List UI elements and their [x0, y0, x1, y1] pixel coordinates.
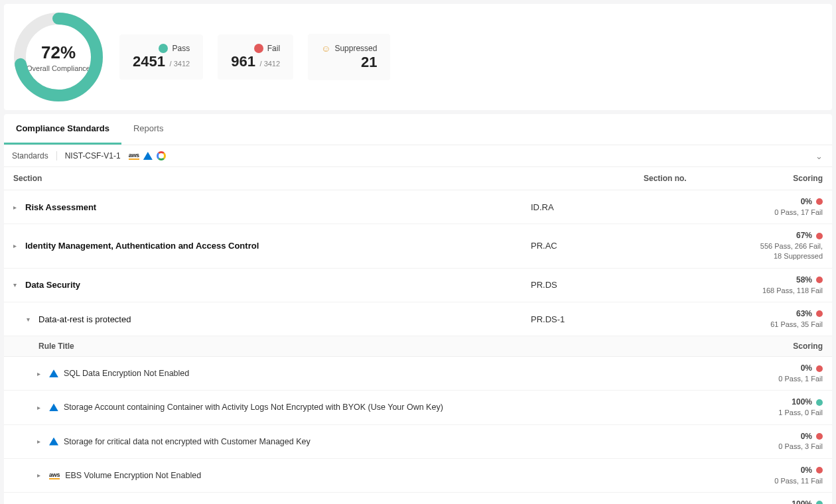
rule-title: SQL Data Encryption Not Enabled	[64, 369, 189, 378]
subsection-number: PR.DS-1	[531, 314, 644, 324]
rule-row[interactable]: ▸ Storage for critical data not encrypte…	[4, 425, 832, 459]
subsection-title: Data-at-rest is protected	[38, 314, 131, 324]
expand-caret-icon[interactable]: ▾	[13, 281, 20, 288]
expand-caret-icon[interactable]: ▸	[37, 370, 44, 377]
rule-row[interactable]: ▸ Storage Account containing Container w…	[4, 391, 832, 424]
aws-icon: aws	[49, 472, 60, 479]
sections-table: Section Section no. Scoring ▸ Risk Asses…	[4, 167, 832, 504]
col-section: Section	[13, 174, 644, 183]
azure-icon	[143, 152, 153, 160]
standards-filter[interactable]: Standards NIST-CSF-V1-1 aws ⌄	[4, 145, 832, 167]
section-score: 58% 168 Pass, 118 Fail	[644, 275, 823, 296]
expand-caret-icon[interactable]: ▸	[13, 242, 20, 249]
fail-badge-icon	[816, 433, 823, 440]
alert-circle-icon	[254, 44, 263, 53]
chevron-down-icon[interactable]: ⌄	[815, 151, 823, 161]
tabs: Compliance Standards Reports	[4, 114, 832, 145]
col-section-no: Section no.	[644, 174, 756, 183]
rule-row[interactable]: ▸ aws EBS Volume Encryption Not Enabled …	[4, 459, 832, 493]
rule-title: Storage for critical data not encrypted …	[64, 437, 311, 446]
compliance-donut: 72% Overall Compliance	[12, 11, 105, 103]
pass-total: / 3412	[170, 60, 190, 68]
check-circle-icon	[159, 44, 168, 53]
rule-score: 100% 1 Pass, 0 Fail	[710, 397, 823, 418]
rule-title: Storage Account containing Container wit…	[64, 403, 443, 412]
azure-icon	[49, 438, 58, 446]
pass-label: Pass	[172, 44, 190, 53]
suppressed-label: Suppressed	[334, 44, 377, 53]
fail-badge-icon	[816, 365, 823, 372]
pass-value: 2451	[133, 53, 165, 70]
section-row[interactable]: ▸ Identity Management, Authentication an…	[4, 224, 832, 269]
rule-row[interactable]: ▸ aws S3 Bucket Default Server-Side Encr…	[4, 493, 832, 504]
gcp-icon	[157, 151, 166, 160]
section-score: 67% 556 Pass, 266 Fail, 18 Suppressed	[644, 230, 823, 262]
fail-value: 961	[231, 53, 255, 70]
azure-icon	[49, 403, 58, 411]
suppressed-card: ☺ Suppressed 21	[308, 34, 390, 80]
col-rule-scoring: Scoring	[743, 342, 823, 351]
subsection-row[interactable]: ▾ Data-at-rest is protected PR.DS-1 63% …	[4, 302, 832, 336]
subsection-score: 63% 61 Pass, 35 Fail	[644, 308, 823, 330]
rule-row[interactable]: ▸ SQL Data Encryption Not Enabled 0% 0 P…	[4, 357, 832, 391]
rule-score: 0% 0 Pass, 1 Fail	[710, 363, 823, 384]
fail-badge-icon	[816, 467, 823, 473]
suppressed-value: 21	[361, 54, 377, 70]
rule-score: 0% 0 Pass, 11 Fail	[710, 465, 823, 486]
azure-icon	[49, 369, 58, 377]
rule-score: 0% 0 Pass, 3 Fail	[710, 431, 823, 452]
aws-icon: aws	[129, 152, 139, 160]
fail-label: Fail	[267, 44, 280, 53]
col-scoring: Scoring	[756, 174, 823, 183]
summary-panel: 72% Overall Compliance Pass 2451 / 3412 …	[4, 4, 832, 110]
fail-card: Fail 961 / 3412	[218, 34, 293, 80]
user-muted-icon: ☺	[321, 43, 330, 54]
expand-caret-icon[interactable]: ▸	[13, 204, 20, 211]
tab-compliance-standards[interactable]: Compliance Standards	[4, 114, 121, 145]
filter-value: NIST-CSF-V1-1	[65, 151, 121, 160]
section-number: PR.AC	[531, 241, 644, 251]
section-row[interactable]: ▸ Risk Assessment ID.RA 0% 0 Pass, 17 Fa…	[4, 190, 832, 224]
fail-badge-icon	[816, 310, 823, 317]
section-number: PR.DS	[531, 280, 644, 290]
tab-reports[interactable]: Reports	[121, 114, 176, 145]
table-header: Section Section no. Scoring	[4, 167, 832, 190]
section-title: Data Security	[25, 280, 80, 290]
expand-caret-icon[interactable]: ▸	[37, 438, 44, 445]
fail-badge-icon	[816, 233, 823, 239]
expand-caret-icon[interactable]: ▸	[37, 404, 44, 411]
fail-badge-icon	[816, 277, 823, 283]
cloud-icon-group: aws	[129, 151, 166, 160]
col-rule-title: Rule Title	[38, 342, 743, 351]
section-title: Identity Management, Authentication and …	[25, 241, 259, 251]
fail-badge-icon	[816, 198, 823, 205]
section-title: Risk Assessment	[25, 202, 96, 212]
section-score: 0% 0 Pass, 17 Fail	[644, 196, 823, 218]
section-row[interactable]: ▾ Data Security PR.DS 58% 168 Pass, 118 …	[4, 269, 832, 302]
expand-caret-icon[interactable]: ▸	[37, 472, 44, 479]
pass-badge-icon	[816, 501, 823, 504]
rule-title: EBS Volume Encryption Not Enabled	[65, 471, 201, 480]
rules-header: Rule Title Scoring	[4, 336, 832, 357]
pass-badge-icon	[816, 399, 823, 406]
expand-caret-icon[interactable]: ▾	[27, 316, 33, 323]
donut-chart-icon	[12, 11, 105, 103]
fail-total: / 3412	[260, 60, 281, 68]
rule-score: 100% 58 Pass, 0 Fail	[710, 499, 823, 504]
section-number: ID.RA	[531, 202, 644, 212]
filter-label: Standards	[12, 151, 57, 160]
pass-card: Pass 2451 / 3412	[119, 34, 203, 80]
